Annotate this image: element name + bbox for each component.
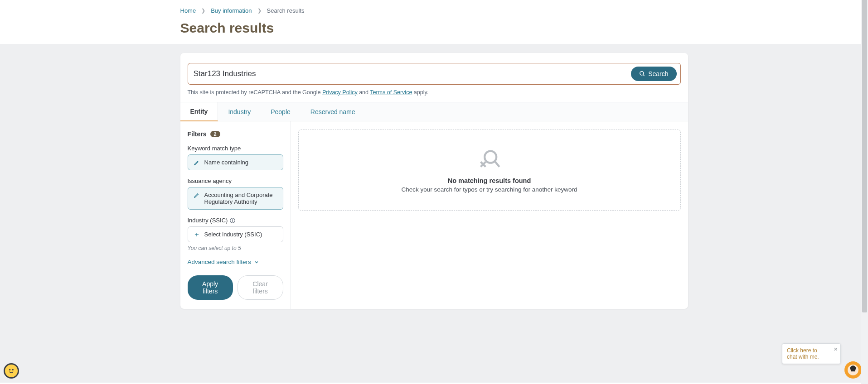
keyword-match-selector[interactable]: Name containing [188, 154, 283, 170]
search-box: Search [188, 63, 681, 85]
empty-subtitle: Check your search for typos or try searc… [308, 186, 671, 193]
svg-point-7 [485, 151, 496, 163]
breadcrumb-home[interactable]: Home [180, 7, 196, 14]
tab-entity[interactable]: Entity [180, 102, 218, 121]
terms-link[interactable]: Terms of Service [370, 89, 412, 96]
svg-line-1 [643, 75, 645, 76]
issuance-agency-label: Issuance agency [188, 178, 283, 184]
page-title: Search results [180, 20, 688, 36]
captcha-prefix: This site is protected by reCAPTCHA and … [188, 89, 322, 96]
industry-ssic-placeholder: Select industry (SSIC) [204, 231, 262, 238]
industry-ssic-selector[interactable]: Select industry (SSIC) [188, 226, 283, 242]
close-icon[interactable]: ✕ [834, 346, 838, 352]
clear-filters-button[interactable]: Clear filters [238, 275, 283, 300]
industry-ssic-label: Industry (SSIC) [188, 217, 283, 224]
filters-panel: Filters 2 Keyword match type Name contai… [180, 121, 291, 309]
search-button[interactable]: Search [631, 67, 676, 81]
scrollbar-thumb[interactable] [862, 0, 867, 312]
captcha-suffix: apply. [412, 89, 428, 96]
empty-title: No matching results found [308, 177, 671, 184]
apply-filters-button[interactable]: Apply filters [188, 275, 233, 300]
tabs: Entity Industry People Reserved name [180, 102, 688, 121]
filters-heading: Filters [188, 130, 207, 138]
advanced-filters-label: Advanced search filters [188, 259, 251, 265]
svg-line-8 [495, 161, 499, 167]
feedback-smiley-button[interactable] [4, 363, 19, 379]
smiley-icon [7, 366, 16, 375]
chevron-right-icon: ❯ [201, 8, 205, 14]
chevron-down-icon [254, 259, 259, 265]
issuance-agency-selector[interactable]: Accounting and Corporate Regulatory Auth… [188, 187, 283, 210]
tab-people[interactable]: People [261, 102, 301, 121]
svg-point-11 [10, 370, 10, 370]
assistant-avatar-icon [847, 364, 859, 376]
search-input[interactable] [194, 69, 631, 78]
results-panel: No matching results found Check your sea… [291, 121, 688, 309]
pencil-icon [194, 159, 200, 166]
pencil-icon [194, 192, 200, 198]
chat-assistant-button[interactable] [844, 361, 862, 379]
info-icon[interactable] [229, 217, 236, 224]
svg-point-12 [13, 370, 14, 370]
filters-count-badge: 2 [210, 131, 220, 137]
captcha-and: and [358, 89, 370, 96]
industry-ssic-hint: You can select up to 5 [188, 245, 283, 251]
breadcrumb-buy-information[interactable]: Buy information [211, 7, 252, 14]
svg-point-4 [233, 219, 233, 220]
search-icon [639, 71, 645, 77]
svg-point-0 [640, 72, 644, 75]
privacy-policy-link[interactable]: Privacy Policy [322, 89, 358, 96]
industry-ssic-label-text: Industry (SSIC) [188, 217, 228, 224]
tab-industry[interactable]: Industry [218, 102, 261, 121]
empty-state: No matching results found Check your sea… [298, 130, 681, 211]
keyword-match-value: Name containing [204, 159, 249, 166]
issuance-agency-value: Accounting and Corporate Regulatory Auth… [204, 192, 277, 205]
chevron-right-icon: ❯ [257, 8, 262, 14]
svg-point-14 [852, 370, 853, 370]
tab-reserved-name[interactable]: Reserved name [301, 102, 365, 121]
captcha-note: This site is protected by reCAPTCHA and … [188, 89, 681, 96]
chat-tooltip-text: Click here to chat with me. [787, 347, 819, 360]
keyword-match-label: Keyword match type [188, 145, 283, 152]
breadcrumb-current: Search results [267, 7, 305, 14]
no-results-icon [478, 147, 501, 171]
breadcrumb: Home ❯ Buy information ❯ Search results [180, 7, 688, 14]
scrollbar[interactable] [861, 0, 868, 383]
svg-point-15 [853, 370, 854, 370]
search-button-label: Search [648, 70, 668, 77]
plus-icon [194, 231, 200, 238]
advanced-filters-toggle[interactable]: Advanced search filters [188, 259, 283, 265]
chat-tooltip: Click here to chat with me. ✕ [782, 343, 841, 364]
